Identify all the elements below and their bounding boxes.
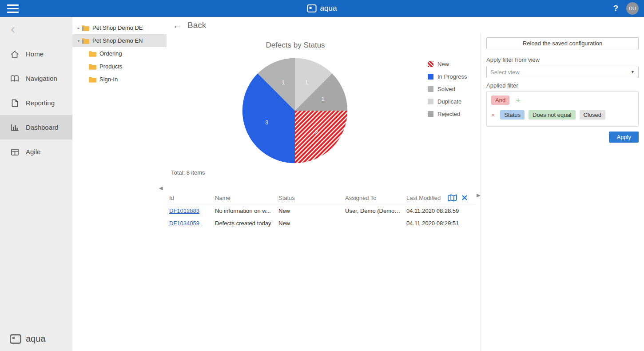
- sidebar-item-dashboard[interactable]: Dashboard: [0, 115, 72, 140]
- project-folder-icon: [82, 25, 89, 31]
- footer-brand-name: aqua: [26, 334, 46, 344]
- chevron-down-icon: ▼: [631, 70, 635, 74]
- sidebar-nav: Home Navigation Reporting Dashboard Agil…: [0, 42, 72, 164]
- filter-field-chip[interactable]: Status: [500, 110, 525, 120]
- dashboard-widget: Defects by Status 23111 New In Progress …: [167, 33, 481, 351]
- home-icon: [10, 49, 20, 59]
- avatar[interactable]: DU: [626, 2, 639, 15]
- topbar: aqua ? DU: [0, 0, 644, 17]
- sidebar-item-navigation[interactable]: Navigation: [0, 66, 72, 91]
- reload-configuration-button[interactable]: Reload the saved configuration: [486, 37, 639, 49]
- defect-modified-cell: 04.11.2020 08:29:51: [406, 220, 475, 227]
- grid-icon: [10, 147, 20, 157]
- filter-operator-chip[interactable]: Does not equal: [529, 110, 575, 120]
- apply-filter-from-view-label: Apply filter from view: [486, 56, 639, 63]
- legend-swatch-solved: [428, 86, 433, 92]
- column-header-id[interactable]: Id: [167, 195, 215, 201]
- report-document-icon: [10, 98, 20, 108]
- applied-filter-label: Applied filter: [486, 82, 639, 89]
- filter-panel: Reload the saved configuration Apply fil…: [481, 33, 644, 351]
- panel-collapse-left-icon[interactable]: ◀: [159, 185, 163, 191]
- tree-item-pet-shop-demo-de[interactable]: ▸ Pet Shop Demo DE: [72, 21, 167, 34]
- legend-item-solved: Solved: [428, 86, 467, 92]
- folder-icon: [89, 64, 96, 70]
- tree-item-label: Sign-In: [99, 76, 118, 83]
- pie-slice-value-label: 3: [265, 120, 268, 126]
- pie-slice-value-label: 1: [282, 80, 285, 86]
- defect-modified-cell: 04.11.2020 08:28:59: [406, 207, 475, 214]
- defect-assigned-cell: User, Demo (DemoU...: [345, 207, 406, 214]
- legend-label: Solved: [437, 86, 455, 92]
- help-icon[interactable]: ?: [613, 4, 618, 13]
- back-arrow-icon: ←: [173, 20, 182, 30]
- column-header-last-modified[interactable]: Last Modified: [406, 195, 441, 201]
- folder-icon: [89, 51, 96, 57]
- chevron-down-icon[interactable]: ▾: [76, 39, 82, 43]
- tree-item-label: Pet Shop Demo EN: [92, 37, 143, 44]
- back-button[interactable]: ← Back: [173, 20, 206, 30]
- pie-slice-new[interactable]: [295, 111, 347, 163]
- view-select[interactable]: Select view ▼: [486, 66, 639, 78]
- project-tree: ▸ Pet Shop Demo DE ▾ Pet Shop Demo EN Or…: [72, 17, 167, 351]
- pie-slice-value-label: 1: [305, 80, 308, 86]
- legend-item-duplicate: Duplicate: [428, 98, 467, 105]
- remove-condition-icon[interactable]: ×: [491, 112, 495, 119]
- chevron-right-icon[interactable]: ▸: [76, 26, 82, 30]
- chart-legend: New In Progress Solved Duplicate Rejecte…: [428, 61, 467, 117]
- pie-slice-value-label: 1: [322, 96, 325, 102]
- legend-label: Rejected: [437, 111, 460, 117]
- tree-item-sign-in[interactable]: Sign-In: [72, 73, 167, 86]
- column-header-name[interactable]: Name: [215, 195, 278, 201]
- defect-id-link[interactable]: DF1034059: [169, 220, 199, 227]
- panel-collapse-right-icon[interactable]: ▶: [477, 192, 480, 198]
- app-logo: aqua: [307, 4, 337, 13]
- sidebar-collapse-icon[interactable]: ‹: [11, 22, 20, 36]
- table-header-row: Id Name Status Assigned To Last Modified: [167, 191, 475, 204]
- open-in-navigation-map-icon[interactable]: [448, 194, 457, 202]
- back-label: Back: [187, 20, 206, 30]
- menu-icon[interactable]: [7, 4, 19, 13]
- defect-status-cell: New: [278, 220, 345, 227]
- applied-filter-box: And + × Status Does not equal Closed: [486, 91, 639, 127]
- tree-item-label: Products: [99, 63, 122, 70]
- column-header-assigned-to[interactable]: Assigned To: [345, 195, 406, 201]
- defect-name-cell: No information on w...: [215, 207, 278, 214]
- chart-total: Total: 8 items: [171, 169, 205, 176]
- defect-name-cell: Defects created today: [215, 220, 278, 227]
- pie-chart[interactable]: 23111: [240, 56, 350, 166]
- tree-item-pet-shop-demo-en[interactable]: ▾ Pet Shop Demo EN: [72, 34, 167, 47]
- tree-item-ordering[interactable]: Ordering: [72, 47, 167, 60]
- sidebar-item-label: Navigation: [26, 75, 57, 82]
- tree-item-label: Pet Shop Demo DE: [92, 24, 143, 31]
- filter-group-operator-chip[interactable]: And: [491, 96, 509, 105]
- sidebar: ‹ Home Navigation Reporting Dashboard Ag…: [0, 17, 72, 351]
- sidebar-item-label: Dashboard: [26, 124, 58, 131]
- legend-swatch-new: [428, 61, 433, 67]
- legend-label: Duplicate: [437, 98, 461, 105]
- legend-label: New: [437, 61, 449, 68]
- main-header: ← Back: [167, 17, 644, 34]
- table-row: DF1012883 No information on w... New Use…: [167, 204, 475, 217]
- add-condition-icon[interactable]: +: [516, 96, 521, 104]
- tree-item-products[interactable]: Products: [72, 60, 167, 73]
- close-icon[interactable]: [462, 195, 467, 200]
- sidebar-item-agile[interactable]: Agile: [0, 140, 72, 164]
- legend-swatch-duplicate: [428, 99, 433, 104]
- column-header-status[interactable]: Status: [278, 195, 345, 201]
- filter-value-chip[interactable]: Closed: [580, 110, 605, 120]
- defect-id-link[interactable]: DF1012883: [169, 207, 199, 214]
- view-select-placeholder: Select view: [490, 69, 520, 76]
- sidebar-footer-logo: aqua: [10, 334, 46, 344]
- apply-filter-button[interactable]: Apply: [609, 132, 639, 143]
- sidebar-item-reporting[interactable]: Reporting: [0, 91, 72, 115]
- folder-icon: [89, 76, 96, 83]
- chart-title: Defects by Status: [167, 41, 424, 50]
- defects-table: Id Name Status Assigned To Last Modified…: [167, 191, 475, 229]
- table-row: DF1034059 Defects created today New 04.1…: [167, 217, 475, 229]
- sidebar-item-label: Agile: [26, 148, 40, 156]
- bar-chart-icon: [10, 123, 20, 132]
- sidebar-item-home[interactable]: Home: [0, 42, 72, 66]
- pie-slice-value-label: 2: [315, 129, 318, 136]
- brand-name: aqua: [320, 4, 337, 13]
- topbar-actions: ? DU: [613, 2, 639, 15]
